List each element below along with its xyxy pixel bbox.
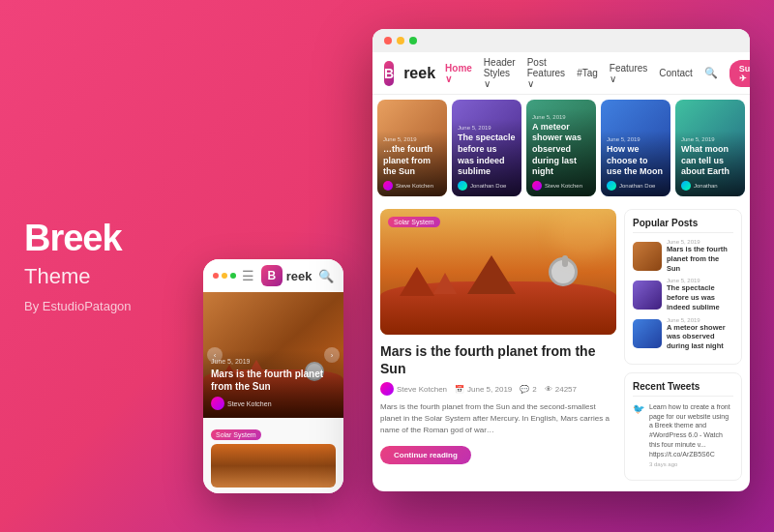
hero-card-5-author: Jonathan: [681, 181, 739, 191]
hero-card-5[interactable]: June 5, 2019 What moon can tell us about…: [675, 100, 745, 196]
mobile-logo-icon: B: [261, 265, 283, 286]
popular-post-3[interactable]: June 5, 2019 A meteor shower was observe…: [633, 317, 733, 351]
tweet-1-date: 3 days ago: [649, 461, 733, 467]
browser-logo-icon: B: [384, 61, 394, 86]
browser-mockup: B reek Home ∨ Header Styles ∨ Post Featu…: [372, 29, 750, 491]
nav-link-home[interactable]: Home ∨: [445, 63, 472, 84]
nav-link-tag[interactable]: #Tag: [577, 68, 598, 78]
mobile-logo-text: reek: [286, 269, 313, 283]
article-meta: Steve Kotchen 📅 June 5, 2019 💬 2 👁 24257: [380, 382, 616, 396]
hero-card-2-avatar: [458, 181, 467, 191]
nav-link-contact[interactable]: Contact: [659, 68, 692, 78]
hero-card-2-title: The spectacle before us was indeed subli…: [458, 133, 516, 178]
browser-top-bar: [372, 29, 750, 52]
brand-subtitle: Theme: [24, 264, 174, 289]
article-views-meta: 👁 24257: [545, 385, 577, 394]
browser-nav-links: Home ∨ Header Styles ∨ Post Features ∨ #…: [445, 57, 750, 89]
popular-post-3-title: A meteor shower was observed during last…: [667, 323, 733, 351]
dot-green: [230, 273, 236, 279]
hero-card-2-author: Jonathan Doe: [458, 181, 516, 191]
popular-post-1-title: Mars is the fourth planet from the Sun: [667, 245, 733, 273]
mobile-hero-title: Mars is the fourth planet from the Sun: [211, 368, 336, 393]
mobile-hero-image: ‹ › June 5, 2019 Mars is the fourth plan…: [203, 292, 343, 418]
subscribe-button[interactable]: Subscribe ✈: [729, 60, 750, 87]
popular-post-2-info: June 5, 2019 The spectacle before us was…: [667, 278, 733, 311]
nav-link-header[interactable]: Header Styles ∨: [484, 57, 516, 89]
mobile-mockup: ☰ B reek 🔍 ‹ › June 5, 2019 Mars is the …: [203, 259, 343, 493]
browser-dot-red[interactable]: [384, 37, 392, 44]
mobile-card-label: Solar System: [211, 429, 261, 440]
mobile-window-dots: [213, 273, 236, 279]
article-date-meta: 📅 June 5, 2019: [455, 385, 512, 394]
hero-card-1[interactable]: June 5, 2019 …the fourth planet from the…: [377, 100, 447, 196]
main-content: Solar System Mars is the fourth planet f…: [372, 201, 750, 491]
mobile-hero-author: Steve Kotchen: [211, 397, 336, 410]
hero-card-2-author-name: Jonathan Doe: [470, 183, 506, 189]
tweet-1-text: Learn how to create a front page for our…: [649, 402, 733, 459]
hero-card-4[interactable]: June 5, 2019 How we choose to use the Mo…: [601, 100, 670, 196]
brand-name: Breek: [24, 220, 174, 256]
hero-card-1-author: Steve Kotchen: [383, 181, 441, 191]
hero-card-3-avatar: [532, 181, 542, 191]
hero-card-4-avatar: [607, 181, 616, 191]
popular-post-2-title: The spectacle before us was indeed subli…: [667, 283, 733, 311]
browser-navbar: B reek Home ∨ Header Styles ∨ Post Featu…: [372, 52, 750, 95]
article-views: 24257: [555, 385, 577, 394]
article-area: Solar System Mars is the fourth planet f…: [380, 209, 616, 484]
hero-card-5-title: What moon can tell us about Earth: [681, 144, 739, 178]
hero-card-5-date: June 5, 2019: [681, 136, 739, 142]
popular-posts-title: Popular Posts: [633, 218, 733, 233]
hero-card-5-avatar: [681, 181, 691, 191]
article-excerpt: Mars is the fourth planet from the Sun a…: [380, 401, 616, 436]
hero-card-4-title: How we choose to use the Moon: [607, 144, 665, 178]
hero-card-2-date: June 5, 2019: [458, 125, 516, 131]
article-category-label[interactable]: Solar System: [388, 217, 440, 227]
mobile-hero-overlay: June 5, 2019 Mars is the fourth planet f…: [203, 350, 343, 418]
recent-tweets-title: Recent Tweets: [633, 381, 733, 397]
article-comments: 2: [532, 385, 536, 394]
hero-card-3[interactable]: June 5, 2019 A meteor shower was observe…: [526, 100, 596, 196]
hero-card-4-author-name: Jonathan Doe: [619, 183, 655, 189]
popular-post-3-info: June 5, 2019 A meteor shower was observe…: [667, 317, 733, 351]
popular-post-2[interactable]: June 5, 2019 The spectacle before us was…: [633, 278, 733, 311]
popular-post-1[interactable]: June 5, 2019 Mars is the fourth planet f…: [633, 239, 733, 273]
tweet-1-content: Learn how to create a front page for our…: [649, 402, 733, 467]
nav-link-features[interactable]: Features ∨: [610, 63, 647, 84]
hero-card-2[interactable]: June 5, 2019 The spectacle before us was…: [452, 100, 521, 196]
hero-card-3-author-name: Steve Kotchen: [545, 183, 582, 189]
article-date: June 5, 2019: [467, 385, 512, 394]
popular-post-3-image: [633, 319, 662, 348]
browser-dot-green[interactable]: [409, 37, 417, 44]
mobile-logo: B reek: [261, 265, 313, 286]
hero-card-5-author-name: Jonathan: [694, 183, 718, 189]
mobile-hero-date: June 5, 2019: [211, 358, 336, 365]
article-author: Steve Kotchen: [397, 385, 447, 394]
popular-post-1-info: June 5, 2019 Mars is the fourth planet f…: [667, 239, 733, 273]
mobile-top-bar: ☰ B reek 🔍: [203, 259, 343, 292]
popular-post-2-image: [633, 281, 662, 310]
mobile-search-icon[interactable]: 🔍: [318, 269, 334, 283]
nav-search-icon[interactable]: 🔍: [704, 67, 718, 79]
browser-dot-yellow[interactable]: [397, 37, 404, 44]
hero-card-3-author: Steve Kotchen: [532, 181, 590, 191]
tweet-1: 🐦 Learn how to create a front page for o…: [633, 402, 733, 467]
hero-card-1-avatar: [383, 181, 393, 191]
comment-icon: 💬: [520, 385, 529, 394]
mobile-menu-icon[interactable]: ☰: [242, 268, 254, 283]
article-author-avatar: [380, 382, 394, 396]
mobile-author-name: Steve Kotchen: [227, 400, 272, 407]
hero-card-3-title: A meteor shower was observed during last…: [532, 122, 590, 178]
hero-card-4-author: Jonathan Doe: [607, 181, 665, 191]
article-title: Mars is the fourth planet from the Sun: [380, 342, 616, 377]
sidebar: Popular Posts June 5, 2019 Mars is the f…: [624, 209, 742, 484]
hero-card-3-date: June 5, 2019: [532, 114, 590, 120]
dot-yellow: [222, 273, 227, 279]
dot-red: [213, 273, 219, 279]
nav-link-post[interactable]: Post Features ∨: [527, 57, 565, 89]
hero-card-4-date: June 5, 2019: [607, 136, 665, 142]
mobile-card-thumbnail: [211, 444, 336, 488]
article-image: Solar System: [380, 209, 616, 335]
article-author-meta: Steve Kotchen: [380, 382, 447, 396]
twitter-icon: 🐦: [633, 403, 644, 467]
continue-reading-button[interactable]: Continue reading: [380, 446, 471, 464]
